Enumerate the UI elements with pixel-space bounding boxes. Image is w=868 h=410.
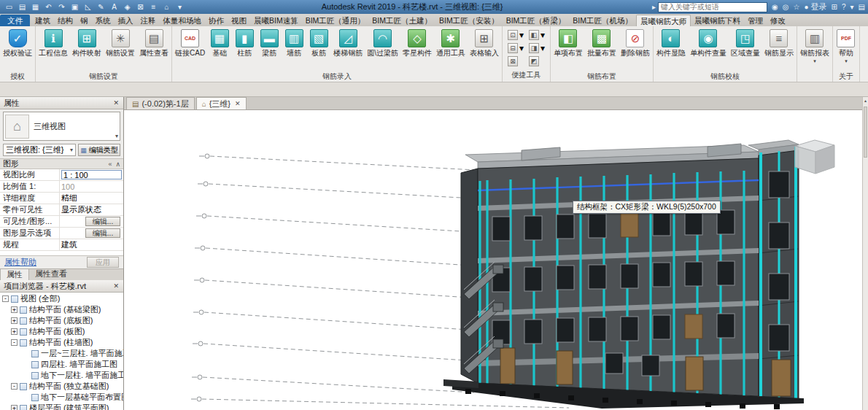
tool-project-info[interactable]: ℹ 工程信息 (36, 27, 70, 57)
type-selector[interactable]: ⌂ 三维视图 ▾ (3, 112, 120, 141)
quick-tool[interactable]: ◨▾ (529, 43, 545, 53)
section-icon[interactable]: ⊠ (134, 1, 147, 12)
tool-property-view[interactable]: ▤ 属性查看 (137, 27, 171, 57)
edit-type-button[interactable]: ▦ 编辑类型 (78, 144, 120, 156)
tool-link-cad[interactable]: CAD 链接CAD (173, 27, 207, 57)
scrollbar-thumb[interactable] (864, 107, 867, 158)
drawing-area[interactable]: 结构框架：CX矩形梁：WKL9(5)250x700 (124, 110, 862, 410)
quick-tool[interactable]: ⊟▾ (508, 43, 524, 53)
quick-tool[interactable]: ⊠ (508, 56, 524, 66)
detail-level-value[interactable]: 精细 (61, 193, 77, 204)
tool-region-quantity[interactable]: ◳ 区域查量 (729, 27, 762, 57)
tool-foundation-rebar[interactable]: ▦ 基础 (207, 27, 232, 57)
tool-single-layout[interactable]: ◧ 单项布置 (551, 27, 585, 57)
tree-item[interactable]: 地下一层柱. 墙平面施工图 (0, 370, 123, 381)
help-icon[interactable]: ? (842, 1, 846, 12)
tool-misc-component[interactable]: ◇ 零星构件 (400, 27, 434, 57)
close-view-icon[interactable]: ✕ (235, 100, 241, 107)
tool-rebar-report[interactable]: ▥ 钢筋报表 ▾ (798, 27, 832, 63)
tree-item[interactable]: +结构平面 (底板图) (0, 315, 123, 326)
tool-general-tools[interactable]: ✱ 通用工具 (434, 27, 468, 57)
ribbon-tab[interactable]: 管理 (744, 15, 767, 26)
expand-box-icon[interactable]: + (11, 317, 18, 324)
tree-item[interactable]: +结构平面 (基础梁图) (0, 304, 123, 315)
ribbon-tab[interactable]: 晨曦钢筋下料 (691, 15, 744, 26)
help-caret-icon[interactable]: ▾ (850, 1, 854, 12)
search-input[interactable] (658, 2, 767, 12)
collapse-all-icon[interactable]: « (108, 160, 112, 168)
property-row[interactable]: 视图比例 1 : 100 (0, 169, 123, 181)
app-store-icon[interactable]: ⊞ (832, 1, 837, 12)
ribbon-tab[interactable]: 注释 (137, 15, 160, 26)
communication-center-icon[interactable]: ◎ (783, 1, 789, 12)
favorites-star-icon[interactable]: ☆ (794, 1, 800, 12)
undo-icon[interactable]: ↶ (42, 1, 55, 12)
property-row[interactable]: 比例值 1: 100 (0, 181, 123, 193)
thin-lines-icon[interactable]: ≡ (147, 1, 160, 12)
ribbon-tab[interactable]: 视图 (228, 15, 250, 26)
tool-show-hide-component[interactable]: ◐ 构件显隐 (654, 27, 688, 57)
tree-item[interactable]: -视图 (全部) (0, 293, 123, 304)
tree-item[interactable]: 四层柱. 墙平面施工图 (0, 359, 123, 370)
ribbon-tab[interactable]: 修改 (767, 15, 789, 26)
instance-selector[interactable]: 三维视图: {三维} ▾ (3, 144, 76, 156)
expand-box-icon[interactable]: + (11, 328, 18, 335)
open-icon[interactable]: ▤ (16, 1, 28, 12)
view-tab-3d-active[interactable]: ⌂ {三维} ✕ (196, 97, 247, 109)
ribbon-tab[interactable]: 系统 (92, 15, 115, 26)
ribbon-tab[interactable]: 钢 (77, 15, 92, 26)
edit-graphics-options-button[interactable]: 编辑... (85, 228, 120, 238)
scroll-up-icon[interactable]: ▴ (863, 97, 868, 105)
ribbon-tab[interactable]: 协作 (205, 15, 228, 26)
collapse-box-icon[interactable]: - (2, 295, 9, 302)
property-row[interactable]: 详细程度 精细 (0, 193, 123, 204)
tool-column-rebar[interactable]: ▮ 柱筋 (232, 27, 257, 57)
apply-button[interactable]: 应用 (87, 257, 119, 268)
view-scale-value[interactable]: 1 : 100 (61, 170, 122, 179)
tool-table-input[interactable]: ⊞ 表格输入 (468, 27, 501, 57)
infocenter-panel-icon[interactable]: ▤ (859, 1, 865, 12)
ribbon-tab[interactable]: BIM工匠（桥梁） (503, 15, 570, 26)
tool-beam-rebar[interactable]: ▬ 梁筋 (257, 27, 282, 57)
sign-in-button[interactable]: ● 登录 (805, 1, 827, 12)
ribbon-tab[interactable]: 插入 (115, 15, 137, 26)
tree-item[interactable]: -结构平面 (独立基础图) (0, 381, 123, 392)
print-icon[interactable]: ▣ (69, 1, 81, 12)
ribbon-tab[interactable]: BIM工匠（土建） (368, 15, 435, 26)
ribbon-tab[interactable]: 结构 (54, 15, 77, 26)
ribbon-tab[interactable]: 体量和场地 (160, 15, 206, 26)
tool-delete-rebar[interactable]: ⊘ 删除钢筋 (619, 27, 652, 57)
property-row[interactable]: 零件可见性 显示原状态 (0, 204, 123, 216)
tree-item[interactable]: 一层~三层柱. 墙平面施工图 (0, 348, 123, 359)
tool-rebar-display[interactable]: ≡ 钢筋显示 (762, 27, 796, 57)
ribbon-tab[interactable]: BIM工匠（机场） (569, 15, 636, 26)
expand-box-icon[interactable]: + (11, 306, 18, 313)
tool-batch-layout[interactable]: ▩ 批量布置 (585, 27, 619, 57)
tool-rebar-settings[interactable]: ✳ 钢筋设置 (104, 27, 137, 57)
section-header-graphics[interactable]: 图形 « ∧ (0, 158, 123, 169)
quick-tool[interactable]: ⊡▾ (508, 30, 524, 40)
tool-stair-rebar[interactable]: ◿ 楼梯钢筋 (331, 27, 365, 57)
quick-tool[interactable]: ◩ (529, 56, 545, 66)
tool-help[interactable]: PDF 帮助 ▾ (834, 27, 859, 63)
property-row[interactable]: 图形显示选项 编辑... (0, 228, 123, 239)
switch-windows-icon[interactable]: ⌂ (160, 1, 173, 12)
properties-help-link[interactable]: 属性帮助 (4, 257, 36, 268)
customize-qat-icon[interactable]: ▾ (174, 1, 186, 12)
expand-box-icon[interactable]: + (11, 405, 18, 410)
tool-component-mapping[interactable]: ⊞ 构件映射 (70, 27, 104, 57)
text-icon[interactable]: A (108, 1, 120, 12)
ribbon-tab[interactable]: BIM工匠（安装） (435, 15, 503, 26)
3d-view-icon[interactable]: ◈ (121, 1, 133, 12)
quick-tool[interactable]: ◧▾ (529, 30, 545, 40)
app-menu-icon[interactable]: ▭ (3, 1, 15, 12)
ribbon-tab[interactable]: 晨曦BIM速算 (250, 15, 302, 26)
ribbon-tab[interactable]: 建筑 (31, 15, 54, 26)
edit-visibility-button[interactable]: 编辑... (85, 217, 120, 226)
tree-item[interactable]: 地下一层基础平面布置图 (0, 392, 123, 403)
vertical-scrollbar[interactable]: ▴ (862, 97, 868, 410)
tool-wall-rebar[interactable]: ▥ 墙筋 (282, 27, 306, 57)
parts-visibility-value[interactable]: 显示原状态 (61, 204, 101, 215)
save-icon[interactable]: ▦ (29, 1, 42, 12)
redo-icon[interactable]: ↷ (55, 1, 68, 12)
